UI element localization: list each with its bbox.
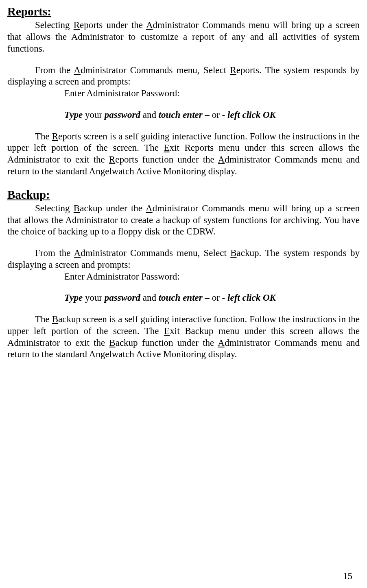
underline-B: B — [52, 314, 58, 324]
text: ackup function under the — [116, 338, 218, 348]
text: your — [83, 293, 105, 303]
reports-password-prompt: Enter Administrator Password: — [7, 88, 360, 100]
backup-paragraph-3: The Backup screen is a self guiding inte… — [7, 314, 360, 360]
reports-paragraph-1: Selecting Reports under the Administrato… — [7, 20, 360, 54]
action-left-click-ok: left click OK — [227, 110, 276, 120]
text: Selecting — [35, 20, 74, 30]
action-password: password — [105, 293, 140, 303]
underline-A: A — [146, 203, 153, 213]
underline-A: A — [218, 338, 225, 348]
underline-B: B — [74, 203, 80, 213]
action-touch-enter: touch enter – — [159, 110, 210, 120]
text: dministrator Commands menu, Select — [81, 248, 230, 258]
underline-E: E — [164, 326, 170, 336]
action-type: Type — [64, 293, 83, 303]
text: or - — [210, 293, 227, 303]
text: eports function under the — [115, 154, 218, 165]
underline-A: A — [74, 248, 81, 258]
heading-backup: Backup: — [7, 187, 360, 202]
underline-R: R — [74, 20, 80, 30]
text: and — [140, 110, 159, 120]
text: The — [35, 314, 52, 324]
backup-paragraph-1: Selecting Backup under the Administrator… — [7, 203, 360, 238]
backup-paragraph-2: From the Administrator Commands menu, Se… — [7, 247, 360, 271]
reports-action-line: Type your password and touch enter – or … — [7, 109, 360, 121]
text: The — [35, 131, 52, 141]
underline-R: R — [109, 154, 115, 165]
text: ackup under the — [80, 203, 146, 213]
action-left-click-ok: left click OK — [227, 293, 276, 303]
text: your — [83, 110, 105, 120]
underline-A: A — [218, 154, 225, 165]
action-type: Type — [64, 110, 83, 120]
page-number: 15 — [343, 571, 352, 582]
text: eports under the — [80, 20, 146, 30]
text: From the — [35, 248, 74, 258]
backup-action-line: Type your password and touch enter – or … — [7, 292, 360, 304]
underline-B: B — [7, 188, 15, 201]
underline-B: B — [109, 338, 115, 348]
text: Selecting — [35, 203, 74, 213]
underline-B: B — [230, 248, 236, 258]
text: dministrator Commands menu, Select — [81, 65, 230, 75]
underline-A: A — [146, 20, 153, 30]
action-password: password — [105, 110, 140, 120]
text: or - — [210, 110, 227, 120]
underline-E: E — [164, 143, 170, 153]
reports-paragraph-3: The Reports screen is a self guiding int… — [7, 131, 360, 178]
underline-R: R — [52, 131, 58, 141]
text: and — [140, 293, 159, 303]
text: From the — [35, 65, 74, 75]
heading-reports: Reports: — [7, 4, 360, 19]
underline-R: R — [230, 65, 236, 75]
backup-password-prompt: Enter Administrator Password: — [7, 271, 360, 283]
reports-paragraph-2: From the Administrator Commands menu, Se… — [7, 65, 360, 88]
underline-A: A — [74, 65, 81, 75]
action-touch-enter: touch enter – — [159, 293, 210, 303]
